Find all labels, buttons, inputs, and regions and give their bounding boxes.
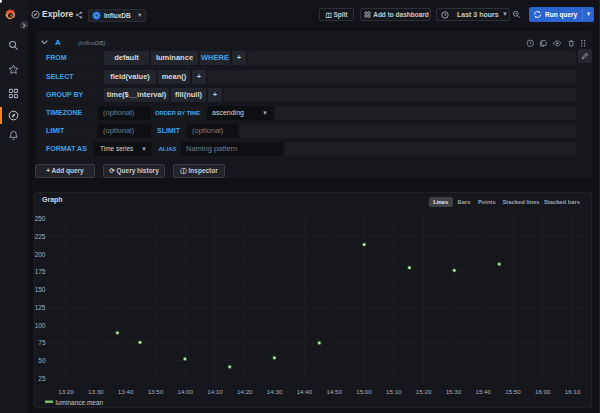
svg-text:250: 250 bbox=[35, 215, 46, 222]
svg-text:15:00: 15:00 bbox=[356, 388, 372, 395]
svg-text:150: 150 bbox=[35, 286, 46, 293]
svg-text:14:30: 14:30 bbox=[267, 388, 283, 395]
svg-text:25: 25 bbox=[38, 375, 46, 382]
svg-text:125: 125 bbox=[35, 304, 46, 311]
svg-text:13:40: 13:40 bbox=[118, 388, 134, 395]
svg-text:15:50: 15:50 bbox=[505, 388, 521, 395]
svg-text:200: 200 bbox=[35, 251, 46, 258]
svg-text:15:10: 15:10 bbox=[386, 388, 402, 395]
svg-text:225: 225 bbox=[35, 233, 46, 240]
svg-text:14:20: 14:20 bbox=[237, 388, 253, 395]
svg-text:75: 75 bbox=[38, 339, 46, 346]
svg-text:16:00: 16:00 bbox=[535, 388, 551, 395]
svg-text:14:40: 14:40 bbox=[297, 388, 313, 395]
svg-text:50: 50 bbox=[38, 357, 46, 364]
svg-text:16:10: 16:10 bbox=[565, 388, 581, 395]
svg-text:luminance.mean: luminance.mean bbox=[56, 399, 104, 406]
svg-text:14:00: 14:00 bbox=[177, 388, 193, 395]
svg-text:15:30: 15:30 bbox=[446, 388, 462, 395]
svg-text:15:40: 15:40 bbox=[475, 388, 491, 395]
svg-text:13:30: 13:30 bbox=[88, 388, 104, 395]
svg-text:175: 175 bbox=[35, 268, 46, 275]
svg-text:100: 100 bbox=[35, 322, 46, 329]
svg-text:14:50: 14:50 bbox=[326, 388, 342, 395]
svg-text:15:20: 15:20 bbox=[416, 388, 432, 395]
svg-text:13:50: 13:50 bbox=[148, 388, 164, 395]
svg-text:14:10: 14:10 bbox=[207, 388, 223, 395]
svg-text:13:20: 13:20 bbox=[58, 388, 74, 395]
